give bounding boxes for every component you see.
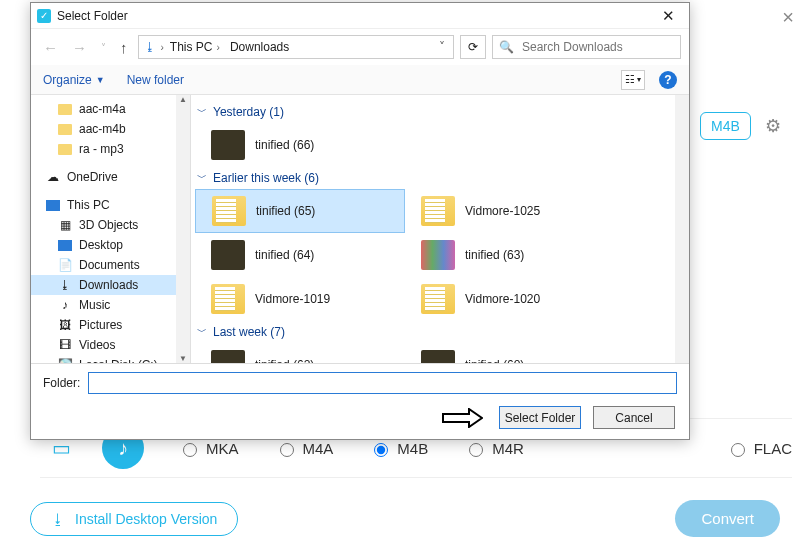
radio-m4r[interactable]: M4R	[464, 440, 524, 457]
recent-icon[interactable]: ˅	[97, 40, 110, 55]
folder-item[interactable]: tinified (65)	[195, 189, 405, 233]
group-title: Last week (7)	[213, 325, 285, 339]
chevron-down-icon: ﹀	[197, 171, 207, 185]
folder-label: Folder:	[43, 376, 80, 390]
breadcrumb-root[interactable]: This PC›	[166, 40, 224, 54]
tree-item-ra-mp3[interactable]: ra - mp3	[31, 139, 190, 159]
tree-label: Desktop	[79, 238, 123, 252]
folder-row: Folder:	[31, 364, 689, 402]
tree-item-aac-m4a[interactable]: aac-m4a	[31, 99, 190, 119]
back-icon[interactable]: ←	[39, 37, 62, 58]
group-header[interactable]: ﹀Last week (7)	[195, 321, 685, 343]
chevron-right-icon: ›	[217, 42, 220, 53]
button-row: Select Folder Cancel	[31, 402, 689, 439]
tree-label: OneDrive	[67, 170, 118, 184]
tree-item-downloads[interactable]: ⭳Downloads	[31, 275, 190, 295]
desktop-icon	[57, 238, 73, 252]
tree-item-this-pc[interactable]: This PC	[31, 195, 190, 215]
convert-button[interactable]: Convert	[675, 500, 780, 537]
tree-item-music[interactable]: ♪Music	[31, 295, 190, 315]
item-label: tinified (63)	[465, 248, 524, 262]
tree-item-videos[interactable]: 🎞Videos	[31, 335, 190, 355]
group-title: Earlier this week (6)	[213, 171, 319, 185]
forward-icon[interactable]: →	[68, 37, 91, 58]
download-icon: ⭳	[141, 40, 159, 54]
close-icon[interactable]: ✕	[654, 5, 683, 27]
app-icon: ✓	[37, 9, 51, 23]
folder-item[interactable]: tinified (63)	[405, 233, 615, 277]
folder-icon	[421, 240, 455, 270]
chevron-down-icon[interactable]: ˅	[433, 40, 451, 54]
up-icon[interactable]: ↑	[116, 37, 132, 58]
download-icon: ⭳	[51, 511, 65, 527]
folder-icon	[57, 122, 73, 136]
breadcrumb-current[interactable]: Downloads	[226, 40, 293, 54]
tree-item-onedrive[interactable]: ☁OneDrive	[31, 167, 190, 187]
folder-input[interactable]	[88, 372, 677, 394]
item-label: Vidmore-1020	[465, 292, 540, 306]
3d-icon: ▦	[57, 218, 73, 232]
scrollbar[interactable]	[176, 95, 190, 363]
scrollbar[interactable]	[675, 95, 689, 363]
group-header[interactable]: ﹀Earlier this week (6)	[195, 167, 685, 189]
folder-item[interactable]: tinified (62)	[195, 343, 405, 363]
close-icon[interactable]: ×	[782, 6, 794, 29]
chevron-down-icon: ▼	[96, 75, 105, 85]
radio-group: MKA M4A M4B M4R	[178, 440, 524, 457]
gear-icon[interactable]: ⚙	[765, 115, 781, 137]
tree-item-documents[interactable]: 📄Documents	[31, 255, 190, 275]
tree-label: Local Disk (C:)	[79, 358, 158, 363]
tree-item-pictures[interactable]: 🖼Pictures	[31, 315, 190, 335]
folder-item[interactable]: Vidmore-1019	[195, 277, 405, 321]
radio-mka[interactable]: MKA	[178, 440, 239, 457]
item-label: tinified (65)	[256, 204, 315, 218]
folder-icon	[57, 142, 73, 156]
radio-label: M4A	[303, 440, 334, 457]
cancel-button[interactable]: Cancel	[593, 406, 675, 429]
item-label: tinified (62)	[255, 358, 314, 363]
search-input[interactable]: 🔍	[492, 35, 681, 59]
help-icon[interactable]: ?	[659, 71, 677, 89]
search-field[interactable]	[520, 39, 674, 55]
tree-item-desktop[interactable]: Desktop	[31, 235, 190, 255]
radio-m4a[interactable]: M4A	[275, 440, 334, 457]
chevron-right-icon: ›	[161, 42, 164, 53]
new-folder-button[interactable]: New folder	[127, 73, 184, 87]
folder-icon	[421, 350, 455, 363]
disk-icon: 💽	[57, 358, 73, 363]
install-desktop-button[interactable]: ⭳ Install Desktop Version	[30, 502, 238, 536]
tree-label: ra - mp3	[79, 142, 124, 156]
tree-item-3d-objects[interactable]: ▦3D Objects	[31, 215, 190, 235]
radio-flac[interactable]: FLAC	[726, 440, 792, 457]
breadcrumb[interactable]: ⭳ › This PC› Downloads ˅	[138, 35, 455, 59]
tree-label: Pictures	[79, 318, 122, 332]
nav-tree: aac-m4aaac-m4bra - mp3☁OneDriveThis PC▦3…	[31, 95, 191, 363]
toolbar: Organize ▼ New folder ☷▾ ?	[31, 65, 689, 95]
radio-m4b[interactable]: M4B	[369, 440, 428, 457]
tree-label: Downloads	[79, 278, 138, 292]
folder-item[interactable]: Vidmore-1025	[405, 189, 615, 233]
folder-icon	[212, 196, 246, 226]
format-pill-m4b[interactable]: M4B	[700, 112, 751, 140]
chevron-down-icon: ﹀	[197, 105, 207, 119]
folder-item[interactable]: Vidmore-1020	[405, 277, 615, 321]
view-options-button[interactable]: ☷▾	[621, 70, 645, 90]
folder-icon	[211, 240, 245, 270]
folder-item[interactable]: tinified (64)	[195, 233, 405, 277]
annotation-arrow-icon	[441, 408, 483, 428]
group-header[interactable]: ﹀Yesterday (1)	[195, 101, 685, 123]
tree-label: aac-m4b	[79, 122, 126, 136]
item-label: tinified (60)	[465, 358, 524, 363]
radio-label: FLAC	[754, 440, 792, 457]
organize-menu[interactable]: Organize ▼	[43, 73, 105, 87]
tree-item-local-disk-c-[interactable]: 💽Local Disk (C:)	[31, 355, 190, 363]
item-label: tinified (66)	[255, 138, 314, 152]
format-strip: M4B ⚙	[700, 112, 792, 140]
folder-item[interactable]: tinified (60)	[405, 343, 615, 363]
select-folder-button[interactable]: Select Folder	[499, 406, 581, 429]
music-icon: ♪	[57, 298, 73, 312]
folder-item[interactable]: tinified (66)	[195, 123, 405, 167]
refresh-icon[interactable]: ⟳	[460, 35, 486, 59]
tree-item-aac-m4b[interactable]: aac-m4b	[31, 119, 190, 139]
organize-label: Organize	[43, 73, 92, 87]
